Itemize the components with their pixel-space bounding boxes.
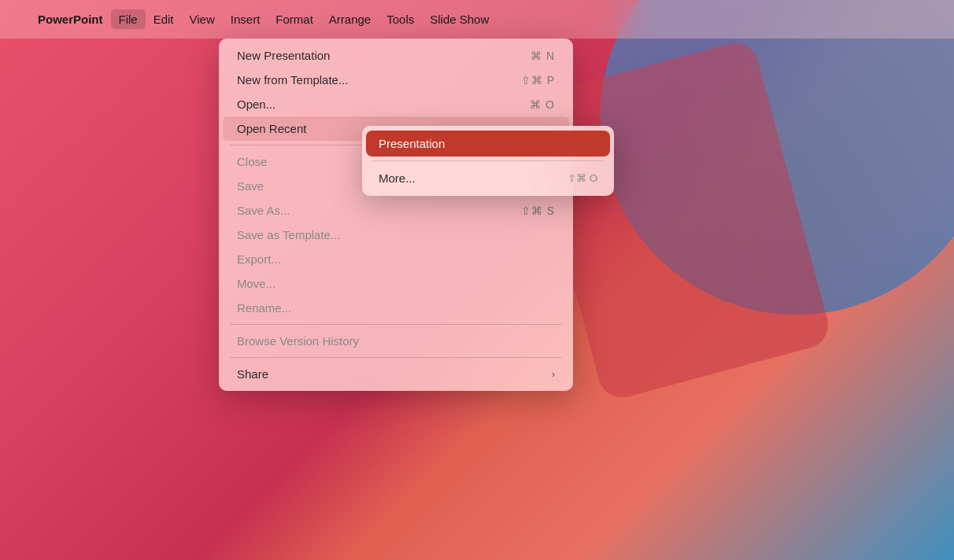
submenu-presentation[interactable]: Presentation [366,131,610,157]
submenu-separator [372,160,605,161]
menu-share[interactable]: Share › [223,362,569,386]
menu-separator-3 [230,357,562,358]
menu-browse-version-history[interactable]: Browse Version History [223,329,569,353]
menubar-file[interactable]: File [111,9,146,29]
open-recent-submenu: Presentation More... ⇧⌘ O [362,126,614,196]
submenu-item-label: Presentation [379,137,445,150]
submenu-arrow-icon: › [552,368,555,380]
menubar-tools[interactable]: Tools [379,9,422,29]
menu-item-label: New Presentation [237,49,330,62]
menu-item-label: Export... [237,252,281,266]
apple-menu[interactable] [9,17,25,23]
menu-item-label: Close [237,155,267,168]
submenu-item-label: More... [379,171,416,185]
menu-new-from-template[interactable]: New from Template... ⇧⌘ P [223,68,569,92]
menu-save-as[interactable]: Save As... ⇧⌘ S [223,198,569,223]
menu-item-label: Move... [237,277,275,290]
menubar-view[interactable]: View [182,9,223,29]
submenu-more[interactable]: More... ⇧⌘ O [366,165,610,191]
submenu-item-shortcut: ⇧⌘ O [568,172,597,184]
file-menu: New Presentation ⌘ N New from Template..… [219,39,573,391]
menubar: PowerPoint File Edit View Insert Format … [0,0,954,39]
menu-item-shortcut: ⌘ N [531,50,555,62]
menu-move[interactable]: Move... [223,271,569,296]
menu-item-label: Save [237,179,264,193]
menu-open[interactable]: Open... ⌘ O [223,92,569,116]
menubar-powerpoint[interactable]: PowerPoint [30,9,111,29]
menubar-format[interactable]: Format [268,9,321,29]
menu-item-shortcut: ⇧⌘ S [521,204,555,217]
menu-item-label: Open... [237,98,275,111]
menu-rename[interactable]: Rename... [223,296,569,320]
menu-new-presentation[interactable]: New Presentation ⌘ N [223,43,569,68]
menu-separator-2 [230,324,562,325]
menu-item-label: Share [237,367,268,381]
menu-item-shortcut: ⇧⌘ P [521,74,555,87]
menubar-insert[interactable]: Insert [223,9,268,29]
menu-item-label: New from Template... [237,73,348,87]
menu-item-label: Open Recent [237,122,306,135]
menubar-arrange[interactable]: Arrange [321,9,379,29]
menu-item-label: Save as Template... [237,228,340,241]
menu-item-label: Browse Version History [237,334,359,348]
menu-item-label: Rename... [237,301,291,315]
menu-item-shortcut: ⌘ O [530,98,555,111]
menu-save-as-template[interactable]: Save as Template... [223,223,569,247]
menu-item-label: Save As... [237,204,290,217]
menu-export[interactable]: Export... [223,247,569,271]
menubar-edit[interactable]: Edit [146,9,182,29]
menubar-slideshow[interactable]: Slide Show [422,9,497,29]
